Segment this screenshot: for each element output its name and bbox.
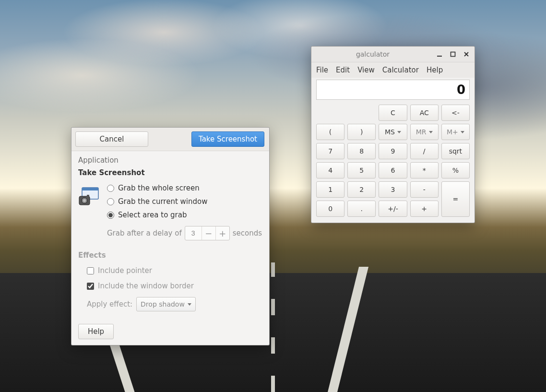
delay-input[interactable] — [185, 229, 202, 238]
divide-button[interactable]: / — [410, 143, 439, 159]
all-clear-button[interactable]: AC — [410, 105, 439, 121]
calculator-display: 0 — [316, 80, 470, 100]
add-button[interactable]: + — [410, 201, 439, 217]
include-pointer-input[interactable] — [87, 267, 94, 274]
include-border-label: Include the window border — [98, 282, 194, 290]
chevron-down-icon — [397, 131, 401, 133]
digit-6-button[interactable]: 6 — [379, 162, 407, 178]
backspace-button[interactable]: <- — [441, 105, 470, 121]
grab-current-window-input[interactable] — [107, 198, 114, 205]
include-pointer-label: Include pointer — [98, 266, 152, 275]
take-screenshot-heading: Take Screenshot — [78, 168, 262, 177]
multiply-button[interactable]: * — [410, 162, 439, 178]
apply-effect-value: Drop shadow — [141, 300, 185, 308]
sign-button[interactable]: +/- — [379, 201, 407, 217]
screenshot-headerbar: Cancel Take Screenshot — [71, 128, 269, 151]
cancel-button[interactable]: Cancel — [75, 131, 148, 147]
clear-button[interactable]: C — [379, 105, 407, 121]
svg-rect-1 — [451, 52, 455, 57]
paren-open-button[interactable]: ( — [316, 124, 344, 140]
digit-3-button[interactable]: 3 — [379, 181, 407, 198]
include-border-input[interactable] — [87, 283, 94, 290]
maximize-icon — [450, 51, 456, 57]
digit-0-button[interactable]: 0 — [316, 201, 344, 217]
chevron-down-icon — [188, 303, 191, 306]
subtract-button[interactable]: - — [410, 181, 439, 198]
effects-heading: Effects — [78, 251, 262, 260]
grab-current-window-label: Grab the current window — [118, 197, 207, 206]
chevron-down-icon — [461, 131, 464, 133]
delay-suffix-label: seconds — [233, 229, 262, 238]
calculator-menubar: File Edit View Calculator Help — [311, 62, 475, 78]
delay-increment[interactable]: + — [216, 226, 229, 240]
digit-2-button[interactable]: 2 — [347, 181, 376, 198]
wallpaper-road-dash — [271, 262, 275, 392]
memory-store-button[interactable]: MS — [379, 124, 407, 140]
digit-7-button[interactable]: 7 — [316, 143, 344, 159]
screenshot-icon — [78, 187, 101, 209]
delay-spinbox[interactable]: − + — [185, 226, 230, 240]
digit-8-button[interactable]: 8 — [347, 143, 376, 159]
close-button[interactable] — [462, 50, 471, 59]
svg-rect-9 — [87, 195, 89, 197]
paren-close-button[interactable]: ) — [347, 124, 376, 140]
menu-view[interactable]: View — [357, 66, 375, 74]
minimize-button[interactable] — [435, 50, 444, 59]
menu-calculator[interactable]: Calculator — [382, 66, 419, 74]
menu-help[interactable]: Help — [427, 66, 443, 74]
grab-current-window-radio[interactable]: Grab the current window — [107, 197, 207, 206]
include-border-checkbox[interactable]: Include the window border — [87, 282, 262, 290]
calculator-title: galculator — [315, 50, 430, 58]
screenshot-dialog: Cancel Take Screenshot Application Take … — [71, 127, 270, 345]
svg-point-8 — [83, 199, 86, 202]
decimal-button[interactable]: . — [347, 201, 376, 217]
digit-4-button[interactable]: 4 — [316, 162, 344, 178]
memory-store-label: MS — [385, 128, 395, 136]
menu-file[interactable]: File — [316, 66, 328, 74]
delay-decrement[interactable]: − — [202, 226, 215, 240]
digit-5-button[interactable]: 5 — [347, 162, 376, 178]
include-pointer-checkbox[interactable]: Include pointer — [87, 266, 262, 275]
digit-1-button[interactable]: 1 — [316, 181, 344, 198]
close-icon — [463, 51, 469, 57]
calculator-titlebar[interactable]: galculator — [311, 47, 475, 62]
sqrt-button[interactable]: sqrt — [441, 143, 470, 159]
grab-whole-screen-label: Grab the whole screen — [118, 184, 200, 192]
delay-prefix-label: Grab after a delay of — [107, 229, 182, 238]
minimize-icon — [437, 51, 442, 57]
chevron-down-icon — [429, 131, 433, 133]
take-screenshot-button[interactable]: Take Screenshot — [191, 131, 264, 147]
calculator-window: galculator File Edit View Calculator Hel… — [311, 46, 475, 223]
memory-plus-button[interactable]: M+ — [441, 124, 470, 140]
maximize-button[interactable] — [449, 50, 457, 59]
memory-recall-label: MR — [416, 128, 427, 136]
memory-recall-button[interactable]: MR — [410, 124, 439, 140]
menu-edit[interactable]: Edit — [336, 66, 350, 74]
svg-rect-5 — [82, 188, 98, 190]
help-button[interactable]: Help — [78, 324, 114, 339]
grab-whole-screen-input[interactable] — [107, 185, 114, 192]
application-label: Application — [78, 156, 262, 165]
apply-effect-label: Apply effect: — [87, 300, 132, 309]
apply-effect-dropdown[interactable]: Drop shadow — [136, 297, 196, 311]
equals-button[interactable]: = — [441, 181, 470, 217]
select-area-radio[interactable]: Select area to grab — [107, 211, 207, 219]
select-area-label: Select area to grab — [118, 211, 187, 219]
select-area-input[interactable] — [107, 212, 114, 219]
digit-9-button[interactable]: 9 — [379, 143, 407, 159]
grab-whole-screen-radio[interactable]: Grab the whole screen — [107, 184, 207, 192]
memory-plus-label: M+ — [447, 128, 458, 136]
percent-button[interactable]: % — [441, 162, 470, 178]
calculator-keypad: C AC <- ( ) MS MR M+ 7 8 9 / sqrt 4 5 6 … — [311, 105, 475, 223]
